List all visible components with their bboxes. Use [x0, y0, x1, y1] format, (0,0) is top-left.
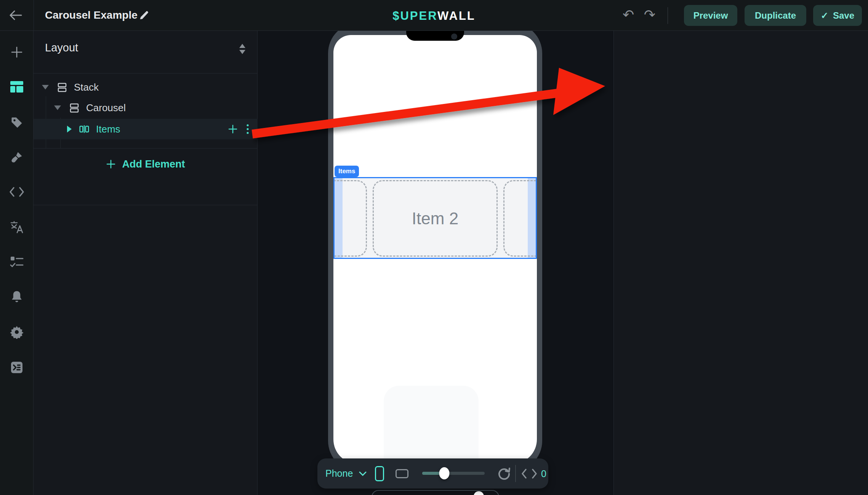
carousel-item-prev: [333, 180, 367, 257]
plus-icon: [106, 159, 116, 169]
item-label: Item 2: [412, 209, 458, 228]
carousel-selection[interactable]: Item 2: [333, 177, 537, 259]
inspector-panel: [613, 31, 868, 495]
landscape-button[interactable]: [396, 469, 408, 478]
caret-down-icon[interactable]: [54, 105, 61, 110]
bell-icon[interactable]: [10, 290, 23, 304]
redo-icon[interactable]: ↷: [644, 7, 655, 23]
toolbar-divider: [515, 465, 516, 482]
tree-row-label: Items: [96, 123, 120, 135]
add-child-icon[interactable]: [228, 124, 238, 134]
save-button[interactable]: ✓Save: [813, 5, 862, 26]
add-element-label: Add Element: [122, 158, 185, 170]
checklist-icon[interactable]: [10, 255, 24, 268]
tree-row-items[interactable]: Items: [34, 119, 258, 139]
selection-badge: Items: [335, 166, 359, 177]
zoom-slider-thumb[interactable]: [439, 467, 450, 479]
notch-camera: [451, 34, 457, 40]
layout-panel: Layout Stack Carousel: [34, 31, 258, 495]
carousel-item-current[interactable]: Item 2: [373, 180, 498, 257]
layout-panel-title: Layout: [45, 42, 78, 54]
zoom-slider[interactable]: [422, 472, 485, 475]
portrait-button[interactable]: [375, 466, 384, 481]
caret-down-icon[interactable]: [42, 85, 49, 89]
undo-icon[interactable]: ↶: [623, 7, 634, 23]
tool-rail: [0, 31, 34, 495]
tree-row-label: Stack: [74, 81, 99, 93]
caret-right-icon[interactable]: [67, 126, 72, 133]
more-options-icon[interactable]: [246, 123, 249, 135]
code-icon[interactable]: [521, 469, 537, 479]
gear-icon[interactable]: [10, 325, 24, 339]
terminal-icon[interactable]: [10, 361, 24, 374]
carousel-item-next: [503, 180, 537, 257]
tree-row-stack[interactable]: Stack: [34, 77, 258, 97]
tree-row-carousel[interactable]: Carousel: [34, 98, 258, 118]
check-icon: ✓: [821, 10, 828, 21]
new-element-icon[interactable]: [10, 46, 23, 59]
phone-screen[interactable]: Item 2: [333, 35, 537, 464]
duplicate-button[interactable]: Duplicate: [745, 5, 806, 26]
device-dropdown-label: Phone: [325, 468, 353, 479]
carousel-group-icon: [69, 102, 80, 113]
top-bar: Carousel Example $UPERWALL ↶ ↷ Preview D…: [0, 0, 868, 31]
add-element-button[interactable]: Add Element: [34, 153, 258, 175]
carousel-items-icon: [78, 123, 90, 135]
tag-icon[interactable]: [10, 116, 24, 129]
faint-card: [384, 386, 479, 464]
stack-icon: [56, 81, 68, 93]
brush-icon[interactable]: [10, 150, 24, 164]
superwall-logo: $UPERWALL: [0, 9, 868, 23]
code-count: 0: [541, 468, 546, 479]
chevron-down-icon: [359, 471, 367, 476]
device-dropdown[interactable]: Phone: [325, 468, 367, 479]
sort-icon[interactable]: [239, 44, 245, 54]
tree-row-label: Carousel: [86, 102, 126, 114]
code-tab-icon[interactable]: [9, 187, 24, 197]
preview-button[interactable]: Preview: [684, 5, 737, 26]
layout-tab-icon[interactable]: [10, 80, 24, 93]
superwall-editor: Item 2 Items Phone 0 Layout: [0, 0, 868, 495]
translate-icon[interactable]: [10, 220, 24, 235]
refresh-icon[interactable]: [496, 466, 512, 481]
